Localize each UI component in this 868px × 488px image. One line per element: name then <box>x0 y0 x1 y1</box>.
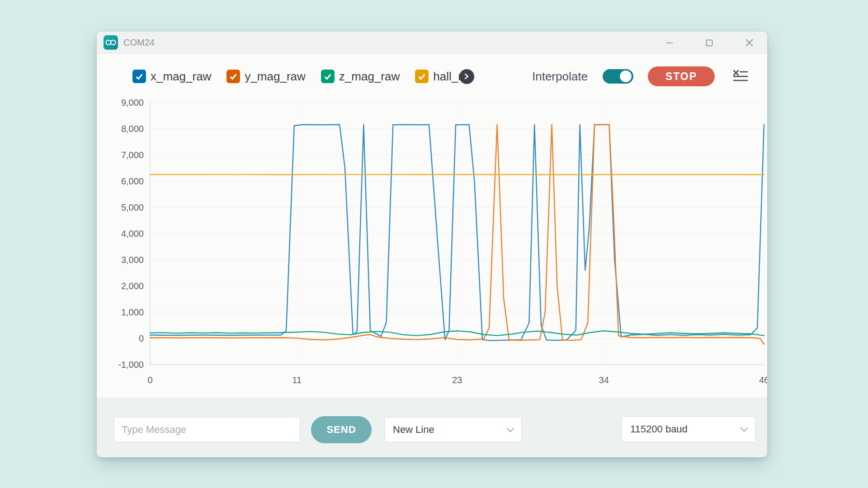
interpolate-toggle[interactable] <box>603 69 633 84</box>
svg-text:-1,000: -1,000 <box>118 360 144 370</box>
stop-button[interactable]: STOP <box>648 66 715 86</box>
svg-text:2,000: 2,000 <box>121 281 144 291</box>
baud-rate-value: 115200 baud <box>630 423 688 435</box>
chevron-down-icon <box>507 425 514 432</box>
checkbox-hall-raw[interactable] <box>415 70 429 83</box>
checkbox-y-mag-raw[interactable] <box>226 70 240 83</box>
checkbox-z-mag-raw[interactable] <box>321 70 335 83</box>
close-icon[interactable] <box>739 32 759 54</box>
svg-text:46: 46 <box>759 375 767 385</box>
svg-text:7,000: 7,000 <box>121 150 144 160</box>
svg-text:1,000: 1,000 <box>121 307 144 317</box>
interpolate-label: Interpolate <box>532 66 588 87</box>
toggle-knob <box>620 70 632 82</box>
legend-label: hall_r <box>433 70 462 84</box>
serial-controls-bar: SEND New Line 115200 baud <box>97 398 767 457</box>
serial-plotter-window: COM24 x_mag_raw <box>97 32 767 457</box>
minimize-icon[interactable] <box>660 32 679 54</box>
plotter-toolbar: x_mag_raw y_mag_raw z_mag_raw hall_r <box>97 66 767 87</box>
window-controls <box>640 32 759 54</box>
svg-text:3,000: 3,000 <box>121 255 144 265</box>
svg-text:5,000: 5,000 <box>121 202 144 212</box>
title-bar: COM24 <box>97 32 767 54</box>
svg-text:0: 0 <box>147 375 152 385</box>
plot-area: -1,00001,0002,0003,0004,0005,0006,0007,0… <box>105 94 767 395</box>
plot-svg: -1,00001,0002,0003,0004,0005,0006,0007,0… <box>105 94 767 395</box>
svg-text:6,000: 6,000 <box>121 176 144 186</box>
message-input[interactable] <box>114 417 300 442</box>
svg-text:34: 34 <box>599 375 609 385</box>
arduino-icon <box>104 35 118 50</box>
window-title: COM24 <box>123 38 155 48</box>
svg-text:0: 0 <box>139 333 144 343</box>
legend-label: x_mag_raw <box>151 70 211 84</box>
svg-text:8,000: 8,000 <box>121 124 144 134</box>
series-legend: x_mag_raw y_mag_raw z_mag_raw hall_r <box>132 66 474 87</box>
legend-label: y_mag_raw <box>245 70 305 84</box>
checkbox-x-mag-raw[interactable] <box>132 70 146 83</box>
maximize-icon[interactable] <box>699 32 719 54</box>
svg-text:9,000: 9,000 <box>121 98 144 108</box>
legend-item-hall-raw: hall_r <box>415 69 474 84</box>
svg-text:23: 23 <box>452 375 462 385</box>
svg-text:11: 11 <box>292 375 302 385</box>
legend-more-button[interactable] <box>459 69 474 84</box>
send-button[interactable]: SEND <box>311 416 372 443</box>
legend-item-y-mag-raw: y_mag_raw <box>226 70 305 84</box>
baud-rate-select[interactable]: 115200 baud <box>622 416 755 442</box>
clear-icon[interactable] <box>731 69 750 84</box>
line-ending-value: New Line <box>393 424 434 436</box>
legend-label: z_mag_raw <box>339 70 400 84</box>
line-ending-select[interactable]: New Line <box>384 417 522 442</box>
svg-text:4,000: 4,000 <box>121 229 144 239</box>
legend-item-z-mag-raw: z_mag_raw <box>321 70 400 84</box>
chevron-down-icon <box>741 424 748 432</box>
legend-item-x-mag-raw: x_mag_raw <box>132 70 211 84</box>
